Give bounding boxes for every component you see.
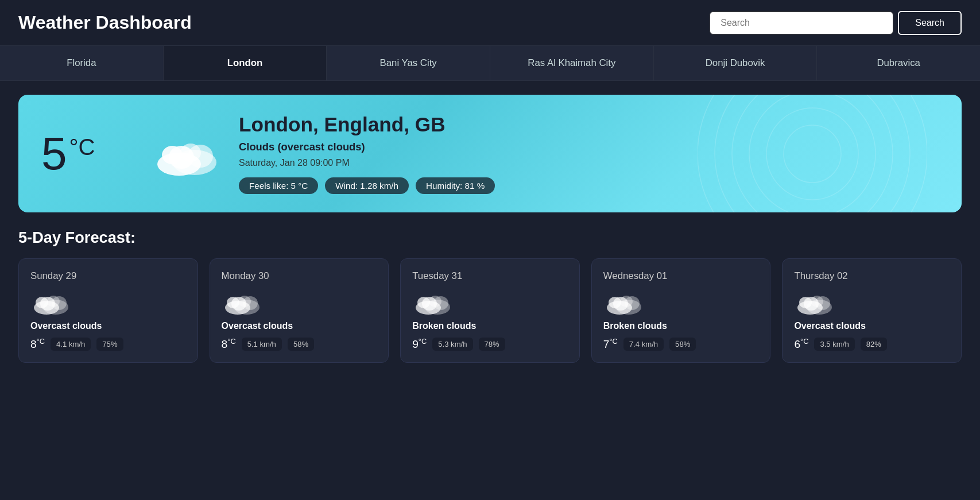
tab-donji-dubovik[interactable]: Donji Dubovik xyxy=(654,46,818,80)
forecast-card: Monday 30 Overcast clouds 8°C 5.1 km/h 5… xyxy=(210,258,389,363)
temp-value: 5 xyxy=(41,127,67,180)
forecast-condition: Overcast clouds xyxy=(30,321,186,331)
forecast-section: 5-Day Forecast: Sunday 29 Overcast cloud… xyxy=(0,212,980,377)
forecast-wind: 4.1 km/h xyxy=(51,338,91,351)
forecast-card: Wednesday 01 Broken clouds 7°C 7.4 km/h … xyxy=(591,258,771,363)
forecast-temp: 9°C xyxy=(412,337,427,351)
forecast-wind: 7.4 km/h xyxy=(623,338,664,351)
forecast-weather-icon xyxy=(603,288,644,315)
forecast-weather-icon xyxy=(794,288,834,315)
feels-like-badge: Feels like: 5 °C xyxy=(239,177,318,194)
weather-date: Saturday, Jan 28 09:00 PM xyxy=(239,158,495,168)
svg-point-29 xyxy=(417,297,430,308)
forecast-card: Sunday 29 Overcast clouds 8°C 4.1 km/h 7… xyxy=(18,258,198,363)
forecast-title: 5-Day Forecast: xyxy=(18,228,962,247)
forecast-details: 6°C 3.5 km/h 82% xyxy=(794,337,950,351)
forecast-card: Thursday 02 Overcast clouds 6°C 3.5 km/h… xyxy=(782,258,962,363)
current-weather-banner: 5 °C London, England, GB Clouds (overcas… xyxy=(18,95,962,212)
forecast-temp: 8°C xyxy=(30,337,45,351)
forecast-cards: Sunday 29 Overcast clouds 8°C 4.1 km/h 7… xyxy=(18,258,962,363)
forecast-temp: 7°C xyxy=(603,337,618,351)
search-button[interactable]: Search xyxy=(898,11,962,35)
weather-badges: Feels like: 5 °C Wind: 1.28 km/h Humidit… xyxy=(239,177,495,194)
svg-point-0 xyxy=(784,125,841,183)
forecast-day: Tuesday 31 xyxy=(412,270,568,282)
svg-point-11 xyxy=(162,146,183,164)
wind-badge: Wind: 1.28 km/h xyxy=(325,177,409,194)
temp-unit: °C xyxy=(69,134,95,160)
forecast-condition: Overcast clouds xyxy=(222,321,377,331)
forecast-humidity: 75% xyxy=(96,338,123,351)
forecast-wind: 3.5 km/h xyxy=(814,338,854,351)
forecast-temp: 8°C xyxy=(222,337,236,351)
forecast-humidity: 82% xyxy=(861,338,887,351)
banner-decoration xyxy=(698,95,927,212)
forecast-details: 7°C 7.4 km/h 58% xyxy=(603,337,759,351)
forecast-humidity: 58% xyxy=(288,338,314,351)
forecast-day: Sunday 29 xyxy=(30,270,186,282)
forecast-wind: 5.1 km/h xyxy=(242,338,282,351)
forecast-weather-icon xyxy=(30,288,71,315)
svg-point-2 xyxy=(749,95,876,212)
search-input[interactable] xyxy=(710,11,893,34)
forecast-weather-icon xyxy=(222,288,262,315)
forecast-condition: Broken clouds xyxy=(412,321,568,331)
current-temp: 5 °C xyxy=(41,127,133,180)
forecast-details: 8°C 5.1 km/h 58% xyxy=(222,337,377,351)
svg-point-41 xyxy=(799,297,812,308)
weather-icon xyxy=(152,131,220,177)
search-area: Search xyxy=(710,11,962,35)
svg-point-17 xyxy=(36,297,48,308)
weather-condition: Clouds (overcast clouds) xyxy=(239,141,495,153)
svg-point-5 xyxy=(698,95,927,212)
forecast-temp: 6°C xyxy=(794,337,808,351)
header: Weather Dashboard Search xyxy=(0,0,980,46)
humidity-badge: Humidity: 81 % xyxy=(416,177,495,194)
svg-point-35 xyxy=(609,297,621,308)
forecast-humidity: 78% xyxy=(479,338,505,351)
forecast-condition: Broken clouds xyxy=(603,321,759,331)
tab-dubravica[interactable]: Dubravica xyxy=(817,46,980,80)
tab-florida[interactable]: Florida xyxy=(0,46,164,80)
app-title: Weather Dashboard xyxy=(18,12,192,33)
svg-point-1 xyxy=(766,108,858,200)
tab-bani-yas-city[interactable]: Bani Yas City xyxy=(327,46,490,80)
tab-london[interactable]: London xyxy=(164,46,327,80)
forecast-humidity: 58% xyxy=(669,338,696,351)
forecast-details: 8°C 4.1 km/h 75% xyxy=(30,337,186,351)
forecast-card: Tuesday 31 Broken clouds 9°C 5.3 km/h 78… xyxy=(400,258,580,363)
tab-ras-al-khaimah-city[interactable]: Ras Al Khaimah City xyxy=(490,46,654,80)
forecast-day: Wednesday 01 xyxy=(603,270,759,282)
weather-info: London, England, GB Clouds (overcast clo… xyxy=(239,113,495,194)
forecast-day: Thursday 02 xyxy=(794,270,950,282)
forecast-day: Monday 30 xyxy=(222,270,377,282)
svg-point-3 xyxy=(732,95,893,212)
svg-point-23 xyxy=(227,297,239,308)
forecast-condition: Overcast clouds xyxy=(794,321,950,331)
forecast-details: 9°C 5.3 km/h 78% xyxy=(412,337,568,351)
forecast-wind: 5.3 km/h xyxy=(432,338,472,351)
svg-point-4 xyxy=(715,95,910,212)
forecast-weather-icon xyxy=(412,288,452,315)
city-name: London, England, GB xyxy=(239,113,495,136)
location-tabs: FloridaLondonBani Yas CityRas Al Khaimah… xyxy=(0,46,980,81)
